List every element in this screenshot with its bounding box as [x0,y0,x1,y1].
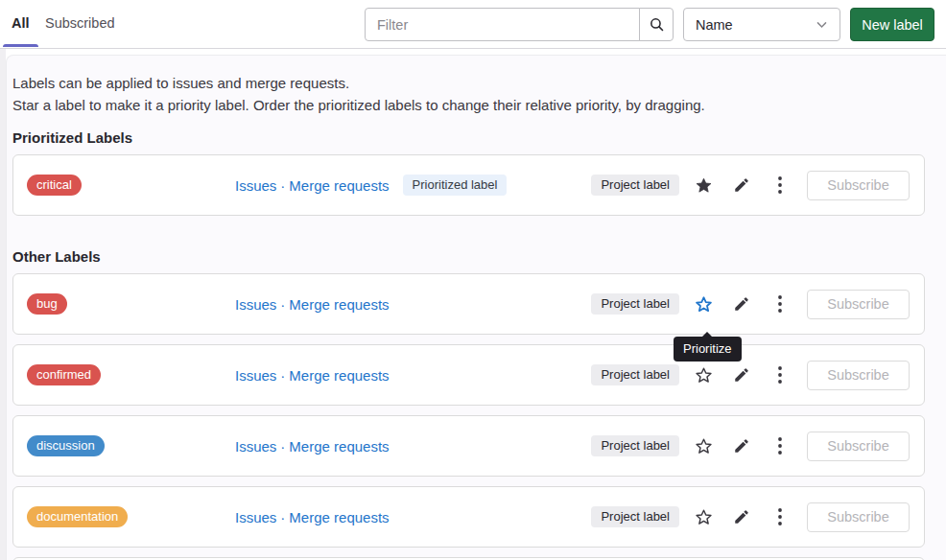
subscribe-button[interactable]: Subscribe [807,361,910,390]
pencil-icon [733,366,750,384]
label-name-column: confirmed [27,364,235,385]
label-row: documentation Issues·Merge requests Proj… [12,486,925,548]
prioritize-star-button[interactable] [689,432,718,460]
prioritize-tooltip: Prioritize [674,337,742,362]
edit-label-button[interactable] [727,502,756,531]
tab-all[interactable]: All [12,0,30,47]
search-button[interactable] [639,8,674,41]
pencil-icon [733,437,750,455]
merge-requests-link[interactable]: Merge requests [289,177,389,194]
link-separator: · [280,296,285,313]
filter-group [365,8,674,41]
link-separator: · [280,177,285,194]
label-options-button[interactable] [766,361,794,389]
label-badge[interactable]: documentation [27,506,128,527]
subscribe-button[interactable]: Subscribe [807,432,910,461]
label-name-column: critical [27,175,235,196]
description-line1: Labels can be applied to issues and merg… [12,75,349,91]
project-label-badge: Project label [591,175,679,196]
prioritized-labels-heading: Prioritized Labels [12,128,946,148]
issues-link[interactable]: Issues [235,367,276,384]
label-options-button[interactable] [766,171,794,199]
issues-link[interactable]: Issues [235,177,276,194]
chevron-down-icon [816,18,828,31]
edit-label-button[interactable] [727,432,756,460]
label-links: Issues·Merge requests [235,296,390,313]
kebab-menu-icon [778,176,782,194]
sort-selected-value: Name [696,17,733,33]
prioritize-star-button[interactable] [689,290,718,318]
prioritize-star-button[interactable] [689,502,718,531]
merge-requests-link[interactable]: Merge requests [289,296,389,313]
issues-link[interactable]: Issues [235,438,276,455]
project-label-badge: Project label [591,435,679,456]
other-labels-list: bug Issues·Merge requests Project label … [7,273,946,548]
subscribe-button[interactable]: Subscribe [807,290,910,319]
new-label-button[interactable]: New label [850,8,934,41]
star-icon [695,366,713,385]
merge-requests-link[interactable]: Merge requests [289,367,389,384]
pencil-icon [733,508,750,525]
label-badge[interactable]: critical [27,175,82,196]
label-links: Issues·Merge requests [235,438,390,455]
kebab-menu-icon [778,437,782,455]
pencil-icon [733,295,750,313]
sort-dropdown[interactable]: Name [683,8,840,41]
kebab-menu-icon [778,366,782,384]
label-options-button[interactable] [766,502,794,531]
edit-label-button[interactable] [727,290,756,318]
issues-link[interactable]: Issues [235,296,276,313]
project-label-badge: Project label [591,506,679,527]
link-separator: · [280,367,285,384]
label-name-column: bug [27,293,235,315]
pencil-icon [733,176,750,194]
subscribe-button[interactable]: Subscribe [807,502,910,532]
search-icon [649,16,665,33]
star-icon [695,437,713,455]
tooltip-text: Prioritize [683,341,732,356]
label-badge[interactable]: confirmed [27,364,101,385]
prioritize-star-button[interactable] [689,361,718,389]
merge-requests-link[interactable]: Merge requests [289,509,389,525]
labels-header: All Subscribed Name New label [0,0,946,49]
prioritized-label-badge: Prioritized label [403,175,508,196]
project-label-badge: Project label [591,293,679,315]
tab-subscribed[interactable]: Subscribed [45,0,115,47]
kebab-menu-icon [778,295,782,313]
label-options-button[interactable] [766,432,794,460]
prioritized-labels-list: critical Issues·Merge requests Prioritiz… [7,154,946,216]
label-tabs: All Subscribed [0,0,115,49]
label-row: confirmed Issues·Merge requests Project … [12,344,925,406]
star-icon [695,508,713,526]
label-row: critical Issues·Merge requests Prioritiz… [12,154,925,216]
filter-input[interactable] [365,8,640,41]
issues-link[interactable]: Issues [235,509,276,525]
description-line2: Star a label to make it a priority label… [12,97,705,113]
other-labels-heading: Other Labels [12,247,946,267]
project-label-badge: Project label [591,364,679,385]
merge-requests-link[interactable]: Merge requests [289,438,389,455]
link-separator: · [280,438,285,455]
link-separator: · [280,509,285,525]
star-icon [695,176,713,195]
label-badge[interactable]: bug [27,293,67,315]
label-links: Issues·Merge requests [235,367,390,384]
labels-description: Labels can be applied to issues and merg… [12,72,946,116]
subscribe-button[interactable]: Subscribe [807,171,910,200]
label-name-column: discussion [27,435,235,456]
label-badge[interactable]: discussion [27,435,105,456]
labels-page: All Subscribed Name New label Labels can… [0,0,946,560]
label-row: discussion Issues·Merge requests Project… [12,415,925,477]
prioritize-star-button[interactable] [689,171,718,199]
kebab-menu-icon [778,508,782,525]
edit-label-button[interactable] [727,171,756,199]
labels-container: Labels can be applied to issues and merg… [6,55,946,560]
edit-label-button[interactable] [727,361,756,389]
label-links: Issues·Merge requests [235,177,390,194]
label-name-column: documentation [27,506,235,527]
star-icon [695,295,713,314]
label-row: bug Issues·Merge requests Project label … [12,273,925,335]
label-options-button[interactable] [766,290,794,318]
label-links: Issues·Merge requests [235,509,390,525]
